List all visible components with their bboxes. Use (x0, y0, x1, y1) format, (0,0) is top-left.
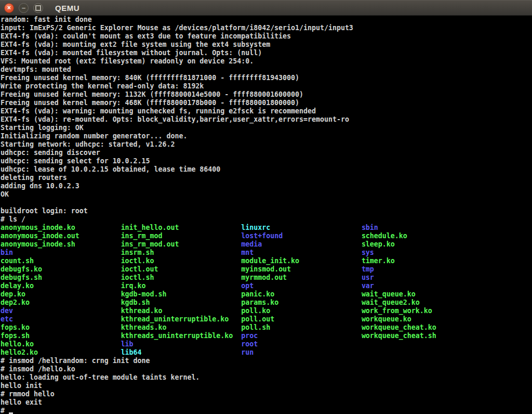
file-entry: count.sh (1, 257, 121, 265)
log-text: Write protecting the kernel read-only da… (1, 82, 204, 90)
terminal-line: udhcpc: sending discover (1, 149, 532, 157)
file-entry: debugfs.ko (1, 265, 121, 273)
terminal-line: # rmmod hello (1, 390, 532, 398)
terminal-line: EXT4-fs (vda): re-mounted. Opts: block_v… (1, 115, 532, 124)
terminal-prompt-line: # (1, 407, 532, 414)
title-bar[interactable]: × − QEMU (0, 0, 532, 16)
terminal-line (1, 199, 532, 207)
file-entry: work_from_work.ko (362, 307, 432, 315)
terminal-line: delay.ko irq.ko opt var (1, 282, 532, 290)
maximize-button[interactable] (33, 3, 43, 13)
qemu-window: × − QEMU random: fast init doneinput: Im… (0, 0, 532, 414)
minimize-button[interactable]: − (19, 3, 29, 13)
file-entry: dep.ko (1, 290, 121, 298)
log-text: EXT4-fs (vda): couldn't mount as ext3 du… (1, 32, 291, 40)
file-entry: kgdb-mod.sh (121, 290, 242, 298)
terminal-line: buildroot login: root (1, 207, 532, 215)
terminal-line: hello: loading out-of-tree module taints… (1, 373, 532, 382)
log-text: # insmod /hellrandom: crng init done (1, 357, 150, 365)
file-entry: workqueue_cheat.sh (362, 332, 436, 340)
file-entry: hello2.ko (1, 348, 121, 356)
file-entry: opt (241, 282, 362, 290)
file-entry: init_hello.out (121, 224, 242, 231)
file-entry: sleep.ko (362, 240, 395, 248)
file-entry: ioctl.ko (121, 257, 242, 265)
file-entry: mnt (241, 249, 362, 256)
terminal-line: count.sh ioctl.ko module_init.ko timer.k… (1, 257, 532, 265)
file-entry: sbin (362, 224, 378, 231)
file-entry: anonymous_inode.ko (1, 224, 121, 231)
file-entry: fops.sh (1, 332, 121, 340)
log-text: EXT4-fs (vda): mounted filesystem withou… (1, 49, 262, 57)
window-title: QEMU (55, 4, 79, 12)
log-text: devtmpfs: mounted (1, 66, 71, 73)
file-entry: debugfs.sh (1, 274, 121, 281)
terminal-line: EXT4-fs (vda): warning: mounting uncheck… (1, 107, 532, 115)
log-text: random: fast init done (1, 16, 92, 23)
file-entry: kthreads_uninterruptible.ko (121, 332, 242, 340)
terminal-line: dep2.ko kgdb.sh params.ko wait_queue2.ko (1, 299, 532, 307)
file-entry: wait_queue.ko (362, 290, 416, 298)
log-text: EXT4-fs (vda): warning: mounting uncheck… (1, 107, 316, 115)
terminal-line: Freeing unused kernel memory: 840K (ffff… (1, 74, 532, 82)
close-button[interactable]: × (4, 3, 14, 13)
terminal-line: # insmod /hello.ko (1, 365, 532, 373)
log-text: VFS: Mounted root (ext2 filesystem) read… (1, 57, 254, 65)
log-text: # insmod /hello.ko (1, 365, 75, 373)
log-text: EXT4-fs (vda): mounting ext2 file system… (1, 41, 270, 48)
terminal-line: anonymous_inode.sh ins_rm_mod.out media … (1, 240, 532, 249)
terminal-line: anonymous_inode.ko init_hello.out linuxr… (1, 224, 532, 232)
file-entry: usr (362, 274, 374, 281)
terminal-line: dep.ko kgdb-mod.sh panic.ko wait_queue.k… (1, 290, 532, 299)
file-entry: media (241, 240, 362, 248)
file-entry: dev (1, 307, 121, 315)
file-entry: schedule.ko (362, 232, 407, 240)
log-text: hello init (1, 382, 42, 390)
log-text: Freeing unused kernel memory: 840K (ffff… (1, 74, 299, 82)
file-entry: ins_rm_mod (121, 232, 242, 240)
file-entry: params.ko (241, 299, 362, 306)
terminal-line: EXT4-fs (vda): couldn't mount as ext3 du… (1, 32, 532, 41)
file-entry: irq.ko (121, 282, 242, 290)
terminal-line: Write protecting the kernel read-only da… (1, 82, 532, 90)
minimize-icon: − (22, 4, 26, 11)
terminal-line: EXT4-fs (vda): mounted filesystem withou… (1, 49, 532, 57)
file-entry: dep2.ko (1, 299, 121, 306)
file-entry: var (362, 282, 374, 290)
file-entry: anonymous_inode.sh (1, 240, 121, 248)
file-entry: root (241, 340, 258, 348)
terminal-line: # ls / (1, 215, 532, 224)
log-text: udhcpc: sending discover (1, 149, 100, 157)
log-text: adding dns 10.0.2.3 (1, 182, 79, 190)
file-entry: delay.ko (1, 282, 121, 290)
terminal-line: adding dns 10.0.2.3 (1, 182, 532, 190)
log-text: Freeing unused kernel memory: 1132K (fff… (1, 90, 303, 98)
terminal-line: Starting logging: OK (1, 124, 532, 132)
file-entry: fops.ko (1, 324, 121, 331)
file-entry: kthread_uninterruptible.ko (121, 315, 242, 323)
terminal-line: Freeing unused kernel memory: 468K (ffff… (1, 99, 532, 107)
terminal-line: Freeing unused kernel memory: 1132K (fff… (1, 90, 532, 99)
file-entry: poll.out (241, 315, 362, 323)
log-text: udhcpc: sending select for 10.0.2.15 (1, 157, 150, 165)
terminal-line: hello init (1, 382, 532, 390)
file-entry: ioctl.sh (121, 274, 242, 281)
terminal-line: hello.ko lib root (1, 340, 532, 348)
terminal-line: Initializing random number generator... … (1, 132, 532, 140)
terminal-line: # insmod /hellrandom: crng init done (1, 357, 532, 365)
file-entry: proc (241, 332, 362, 340)
log-text: # ls / (1, 215, 25, 223)
maximize-icon (35, 5, 41, 11)
file-entry: workqueue.ko (362, 315, 411, 323)
log-text: hello: loading out-of-tree module taints… (1, 373, 200, 381)
log-text: hello exit (1, 398, 42, 406)
terminal-line: OK (1, 190, 532, 199)
file-entry: linuxrc (241, 224, 362, 231)
file-entry: ins_rm_mod.out (121, 240, 242, 248)
terminal-line: fops.sh kthreads_uninterruptible.ko proc… (1, 332, 532, 340)
terminal-lines: random: fast init doneinput: ImExPS/2 Ge… (1, 16, 532, 407)
file-entry: myinsmod.out (241, 265, 362, 273)
terminal-screen[interactable]: random: fast init doneinput: ImExPS/2 Ge… (0, 16, 532, 414)
file-entry: insrm.sh (121, 249, 242, 256)
terminal-line: VFS: Mounted root (ext2 filesystem) read… (1, 57, 532, 66)
